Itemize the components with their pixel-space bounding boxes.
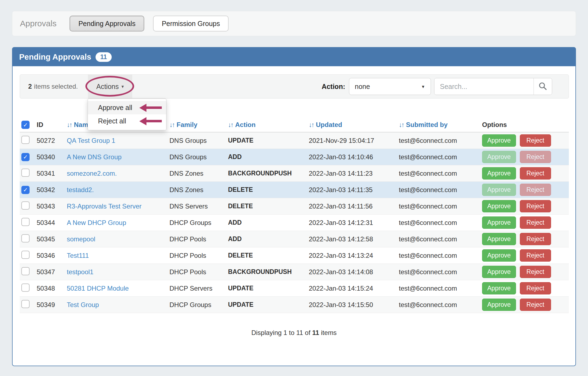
select-all-checkbox[interactable] [21,121,30,129]
row-id: 50340 [37,153,67,161]
row-checkbox[interactable] [21,201,30,210]
table-row: 5034850281 DHCP ModuleDHCP ServersUPDATE… [20,280,569,297]
reject-button[interactable]: Reject [520,249,551,262]
row-id: 50342 [37,186,67,194]
row-name-cell: R3-Approvals Test Server [67,203,169,210]
actions-dropdown-button[interactable]: Actions ▾ [88,75,132,98]
approve-button[interactable]: Approve [482,282,516,294]
row-family: DNS Groups [169,153,228,161]
reject-button[interactable]: Reject [520,282,551,294]
approve-button[interactable]: Approve [482,200,516,212]
reject-button[interactable]: Reject [520,233,551,245]
reject-button[interactable]: Reject [520,167,551,180]
row-action: DELETE [228,252,309,259]
table-row: 50341somezone2.com.DNS ZonesBACKGROUNDPU… [20,165,569,182]
table-pagination-status: Displaying 1 to 11 of 11 items [13,329,575,337]
table-row: 50345somepoolDHCP PoolsADD2022-Jan-03 14… [20,231,569,247]
row-checkbox[interactable] [21,186,30,194]
panel-header: Pending Approvals 11 [13,48,575,66]
reject-button[interactable]: Reject [520,299,551,311]
column-header-action[interactable]: ↓↑Action [228,121,309,129]
approve-button[interactable]: Approve [482,266,516,278]
table-row: 50340A New DNS GroupDNS GroupsADD2022-Ja… [20,149,569,165]
row-checkbox[interactable] [21,251,30,259]
row-checkbox-cell [20,201,37,211]
row-name-link[interactable]: A New DNS Group [67,153,122,161]
row-family: DNS Zones [169,186,228,194]
column-header-family[interactable]: ↓↑Family [169,121,228,129]
row-checkbox-cell [20,218,37,228]
row-family: DHCP Pools [169,252,228,259]
row-id: 50348 [37,285,67,292]
reject-button[interactable]: Reject [520,134,551,147]
row-name-link[interactable]: A New DHCP Group [67,219,126,226]
column-header-submitted-by[interactable]: ↓↑Submitted by [399,121,482,129]
row-name-link[interactable]: testadd2. [67,186,94,193]
menu-item-approve-all[interactable]: Approve all [88,101,166,114]
table-row: 50272QA Test Group 1DNS GroupsUPDATE2021… [20,132,569,149]
row-updated: 2022-Jan-03 14:11:56 [309,203,399,210]
row-action: UPDATE [228,285,309,292]
row-id: 50272 [37,137,67,144]
row-checkbox[interactable] [21,153,30,161]
top-bar: Approvals Pending Approvals Permission G… [12,11,576,36]
row-submitted-by: test@6connect.com [399,235,482,243]
row-checkbox[interactable] [21,267,30,275]
row-checkbox[interactable] [21,218,30,226]
reject-button: Reject [520,184,551,196]
search-input[interactable] [434,78,534,95]
row-name-cell: testpool1 [67,268,169,276]
count-badge: 11 [96,52,111,62]
action-select[interactable]: none ▼ [349,78,431,95]
column-header-updated[interactable]: ↓↑Updated [309,121,399,129]
search-button[interactable] [534,78,552,95]
row-family: DHCP Groups [169,301,228,309]
row-id: 50345 [37,235,67,243]
row-checkbox[interactable] [21,300,30,308]
row-name-cell: A New DHCP Group [67,219,169,227]
row-options-cell: ApproveReject [482,249,569,262]
search-icon [538,82,547,91]
row-name-link[interactable]: R3-Approvals Test Server [67,203,142,210]
row-name-cell: Test111 [67,252,169,259]
reject-button[interactable]: Reject [520,200,551,212]
sort-icon: ↓↑ [309,121,314,128]
annotation-arrow [139,104,162,112]
row-name-cell: 50281 DHCP Module [67,285,169,292]
approve-button[interactable]: Approve [482,134,516,147]
search-group [434,78,552,95]
reject-button[interactable]: Reject [520,266,551,278]
row-options-cell: ApproveReject [482,134,569,147]
row-options-cell: ApproveReject [482,282,569,294]
row-checkbox[interactable] [21,284,30,292]
row-name-link[interactable]: testpool1 [67,268,93,276]
row-name-link[interactable]: somezone2.com. [67,170,117,177]
row-checkbox[interactable] [21,169,30,177]
row-name-link[interactable]: Test111 [67,252,89,259]
tab-permission-groups[interactable]: Permission Groups [153,16,229,31]
toolbar-right: Action: none ▼ [322,75,569,98]
menu-item-reject-all[interactable]: Reject all [88,114,166,128]
row-name-link[interactable]: Test Group [67,301,99,308]
row-updated: 2022-Jan-03 14:10:46 [309,153,399,161]
row-submitted-by: test@6connect.com [399,285,482,292]
row-updated: 2022-Jan-03 14:12:58 [309,235,399,243]
row-action: UPDATE [228,301,309,308]
approve-button[interactable]: Approve [482,167,516,180]
row-options-cell: ApproveReject [482,200,569,212]
tab-pending-approvals[interactable]: Pending Approvals [70,16,144,31]
row-name-link[interactable]: somepool [67,235,95,243]
pending-approvals-panel: Pending Approvals 11 2 items selected. A… [12,47,576,366]
row-updated: 2022-Jan-03 14:11:23 [309,170,399,177]
reject-button[interactable]: Reject [520,216,551,229]
row-family: DHCP Pools [169,235,228,243]
approve-button[interactable]: Approve [482,249,516,262]
approve-button[interactable]: Approve [482,299,516,311]
approve-button[interactable]: Approve [482,233,516,245]
approve-button[interactable]: Approve [482,216,516,229]
row-checkbox[interactable] [21,136,30,144]
row-checkbox[interactable] [21,234,30,242]
row-name-link[interactable]: QA Test Group 1 [67,137,115,144]
row-name-link[interactable]: 50281 DHCP Module [67,285,129,292]
table-row: 50344A New DHCP GroupDHCP GroupsADD2022-… [20,215,569,231]
